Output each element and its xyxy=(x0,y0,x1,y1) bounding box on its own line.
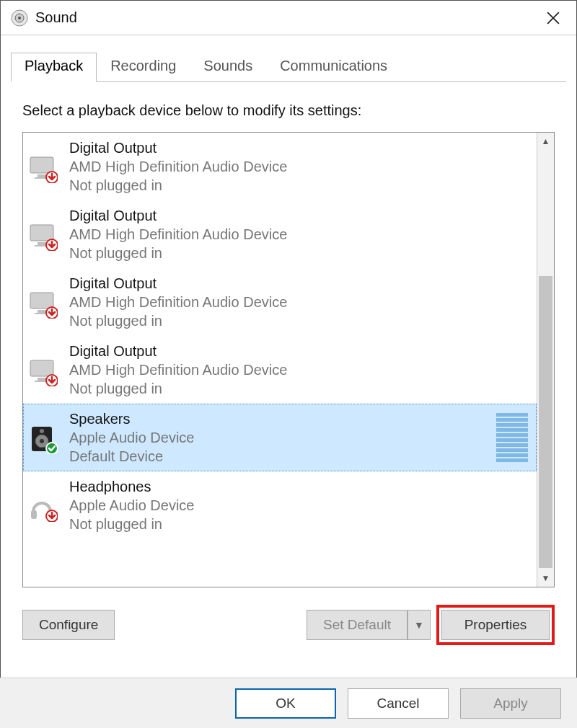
device-name: Speakers xyxy=(69,409,496,428)
svg-rect-18 xyxy=(38,378,46,381)
monitor-icon xyxy=(27,150,61,183)
device-row[interactable]: Digital OutputAMD High Definition Audio … xyxy=(23,268,537,336)
device-row[interactable]: HeadphonesApple Audio DeviceNot plugged … xyxy=(23,471,537,539)
device-subtitle: AMD High Definition Audio Device xyxy=(69,293,534,311)
device-list[interactable]: Digital OutputAMD High Definition Audio … xyxy=(23,133,537,587)
scroll-down-arrow-icon[interactable]: ▼ xyxy=(537,569,554,587)
dialog-footer: OK Cancel Apply xyxy=(0,678,577,728)
device-name: Headphones xyxy=(69,477,534,496)
headphones-icon xyxy=(27,489,61,522)
tab-strip: PlaybackRecordingSoundsCommunications xyxy=(1,35,576,82)
svg-point-23 xyxy=(40,439,44,443)
speaker-icon xyxy=(27,421,61,454)
device-status: Not plugged in xyxy=(69,176,534,195)
device-button-row: Configure Set Default ▼ Properties xyxy=(22,605,555,645)
svg-rect-14 xyxy=(38,310,46,313)
device-row[interactable]: Digital OutputAMD High Definition Audio … xyxy=(23,200,537,268)
properties-button[interactable]: Properties xyxy=(441,610,550,640)
monitor-icon xyxy=(27,285,61,319)
device-status: Default Device xyxy=(69,447,496,466)
set-default-dropdown-icon[interactable]: ▼ xyxy=(408,610,431,640)
device-name: Digital Output xyxy=(69,206,534,225)
device-texts: Digital OutputAMD High Definition Audio … xyxy=(69,342,534,398)
svg-rect-26 xyxy=(31,510,37,519)
monitor-icon xyxy=(27,218,61,251)
svg-rect-6 xyxy=(38,174,46,177)
device-subtitle: Apple Audio Device xyxy=(69,428,496,447)
svg-rect-13 xyxy=(30,293,53,308)
scroll-track[interactable] xyxy=(537,150,554,569)
device-name: Digital Output xyxy=(69,138,534,157)
device-list-container: Digital OutputAMD High Definition Audio … xyxy=(22,132,555,587)
tab-communications[interactable]: Communications xyxy=(266,53,401,82)
volume-level-meter xyxy=(496,413,528,462)
device-subtitle: AMD High Definition Audio Device xyxy=(69,225,534,244)
device-texts: SpeakersApple Audio DeviceDefault Device xyxy=(69,409,496,466)
device-texts: Digital OutputAMD High Definition Audio … xyxy=(69,274,534,330)
ok-button[interactable]: OK xyxy=(235,688,336,719)
device-texts: Digital OutputAMD High Definition Audio … xyxy=(69,138,534,195)
device-row[interactable]: Digital OutputAMD High Definition Audio … xyxy=(23,336,537,404)
tab-playback[interactable]: Playback xyxy=(11,53,97,82)
device-subtitle: Apple Audio Device xyxy=(69,496,534,515)
instruction-text: Select a playback device below to modify… xyxy=(22,102,555,119)
svg-rect-17 xyxy=(30,360,53,376)
scroll-up-arrow-icon[interactable]: ▲ xyxy=(537,133,554,150)
properties-highlight: Properties xyxy=(436,605,555,645)
device-texts: Digital OutputAMD High Definition Audio … xyxy=(69,206,534,262)
svg-rect-10 xyxy=(38,242,46,245)
device-row[interactable]: SpeakersApple Audio DeviceDefault Device xyxy=(23,404,537,471)
device-status: Not plugged in xyxy=(69,244,534,262)
close-icon xyxy=(547,12,560,25)
apply-button[interactable]: Apply xyxy=(460,688,561,719)
device-name: Digital Output xyxy=(69,274,534,293)
device-status: Not plugged in xyxy=(69,515,534,533)
configure-button[interactable]: Configure xyxy=(22,610,115,640)
device-status: Not plugged in xyxy=(69,311,534,330)
sound-app-icon xyxy=(11,9,28,27)
vertical-scrollbar[interactable]: ▲ ▼ xyxy=(537,133,554,587)
svg-rect-5 xyxy=(30,157,53,173)
device-row[interactable]: Digital OutputAMD High Definition Audio … xyxy=(23,133,537,200)
device-status: Not plugged in xyxy=(69,379,534,398)
svg-rect-9 xyxy=(30,225,53,241)
device-texts: HeadphonesApple Audio DeviceNot plugged … xyxy=(69,477,534,533)
cancel-button[interactable]: Cancel xyxy=(348,688,449,719)
close-button[interactable] xyxy=(536,1,571,35)
window-title: Sound xyxy=(35,9,536,26)
device-subtitle: AMD High Definition Audio Device xyxy=(69,360,534,379)
monitor-icon xyxy=(27,353,61,386)
svg-point-24 xyxy=(40,429,44,433)
tab-recording[interactable]: Recording xyxy=(97,53,190,82)
svg-point-2 xyxy=(18,17,21,19)
set-default-label[interactable]: Set Default xyxy=(307,610,408,640)
device-name: Digital Output xyxy=(69,342,534,360)
device-subtitle: AMD High Definition Audio Device xyxy=(69,157,534,176)
scroll-thumb[interactable] xyxy=(539,276,552,568)
set-default-button[interactable]: Set Default ▼ xyxy=(307,610,431,640)
tab-sounds[interactable]: Sounds xyxy=(190,53,266,82)
titlebar: Sound xyxy=(1,1,576,35)
